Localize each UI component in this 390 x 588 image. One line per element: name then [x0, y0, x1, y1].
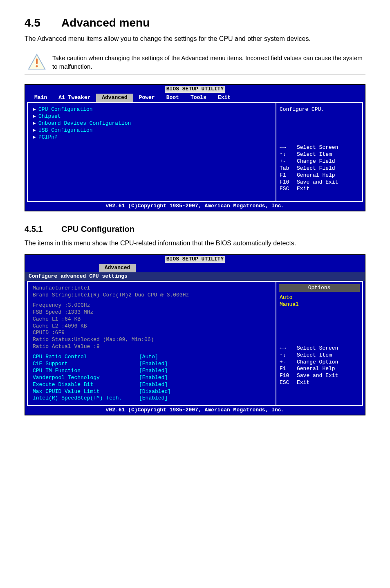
cpu-spec-line: Ratio Actual Value :9	[33, 343, 271, 350]
section-title-text: Advanced menu	[61, 16, 150, 29]
bios-title-bar: BIOS SETUP UTILITY	[25, 255, 365, 264]
setting-execute-disable-bit[interactable]: Execute Disable Bit[Enabled]	[33, 382, 271, 388]
menu-item-usb-config[interactable]: ▶USB Configuration	[33, 127, 271, 134]
arrows-ud-icon: ↑↓	[280, 151, 297, 158]
bios-tabs: Advanced	[25, 264, 365, 272]
setting-vanderpool[interactable]: Vanderpool Technology[Enabled]	[33, 375, 271, 382]
bios-title-bar: BIOS SETUP UTILITY	[25, 85, 365, 94]
cpu-info-line: Manufacturer:Intel	[33, 285, 271, 292]
bios-menu-list: ▶CPU Configuration ▶Chipset ▶Onboard Dev…	[28, 103, 276, 201]
setting-c1e-support[interactable]: C1E Support[Enabled]	[33, 361, 271, 368]
tab-advanced[interactable]: Advanced	[99, 264, 136, 272]
menu-item-label: USB Configuration	[38, 127, 93, 134]
bios-copyright: v02.61 (C)Copyright 1985-2007, American …	[25, 202, 365, 211]
bios-title: BIOS SETUP UTILITY	[165, 86, 225, 93]
bios-help-panel: Options Auto Manual ←→Select Screen ↑↓Se…	[276, 282, 362, 405]
bios-copyright: v02.61 (C)Copyright 1985-2007, American …	[25, 406, 365, 415]
tab-ai-tweaker[interactable]: Ai Tweaker	[53, 94, 96, 102]
settings-header-text: Configure advanced CPU settings	[29, 273, 128, 280]
bios-screen-cpu-config: BIOS SETUP UTILITY Advanced Configure ad…	[25, 254, 365, 415]
setting-cpu-ratio-control[interactable]: CPU Ratio Control[Auto]	[33, 354, 271, 361]
caution-icon	[25, 54, 49, 70]
option-manual[interactable]: Manual	[280, 301, 359, 308]
caution-box: Take caution when changing the settings …	[25, 50, 365, 74]
tab-exit[interactable]: Exit	[212, 94, 236, 102]
bios-tabs: Main Ai Tweaker Advanced Power Boot Tool…	[25, 94, 365, 102]
section-intro: The Advanced menu items allow you to cha…	[25, 34, 365, 43]
subsection-number: 4.5.1	[25, 224, 61, 234]
setting-speedstep[interactable]: Intel(R) SpeedStep(TM) Tech.[Enabled]	[33, 395, 271, 402]
help-row: TabSelect Field	[280, 165, 359, 172]
menu-item-cpu-config[interactable]: ▶CPU Configuration	[33, 106, 271, 113]
section-number: 4.5	[25, 16, 61, 29]
bios-subheader: Configure advanced CPU settings	[25, 272, 365, 281]
tab-advanced[interactable]: Advanced	[96, 94, 133, 102]
setting-cpu-tm-function[interactable]: CPU TM Function[Enabled]	[33, 368, 271, 375]
bios-screen-advanced-menu: BIOS SETUP UTILITY Main Ai Tweaker Advan…	[25, 84, 365, 211]
help-title: Configure CPU.	[280, 106, 359, 116]
cpu-spec-line: Frequency :3.00GHz	[33, 302, 271, 309]
menu-item-label: PCIPnP	[38, 134, 58, 141]
tab-tools[interactable]: Tools	[185, 94, 212, 102]
arrows-lr-icon: ←→	[280, 345, 297, 352]
cpu-spec-line: Cache L2 :4096 KB	[33, 323, 271, 330]
option-auto[interactable]: Auto	[280, 294, 359, 301]
help-row: ESCExit	[280, 379, 359, 386]
help-row: F10Save and Exit	[280, 373, 359, 379]
subsection-heading: 4.5.1CPU Configuration	[25, 224, 365, 234]
arrows-lr-icon: ←→	[280, 144, 297, 151]
help-keys-list: ←→Select Screen ↑↓Select Item +-Change F…	[280, 144, 359, 193]
cpu-spec-line: CPUID :6F9	[33, 330, 271, 337]
cpu-spec-line: Cache L1 :64 KB	[33, 316, 271, 323]
setting-max-cpuid[interactable]: Max CPUID Value Limit[Disabled]	[33, 388, 271, 395]
help-row: +-Change Option	[280, 359, 359, 366]
bios-settings-panel: Manufacturer:Intel Brand String:Intel(R)…	[28, 282, 276, 405]
help-row: ←→Select Screen	[280, 345, 359, 352]
help-row: +-Change Field	[280, 158, 359, 165]
cpu-settings-grid: CPU Ratio Control[Auto] C1E Support[Enab…	[33, 354, 271, 402]
options-title: Options	[279, 284, 360, 292]
menu-item-label: CPU Configuration	[38, 106, 93, 113]
menu-item-chipset[interactable]: ▶Chipset	[33, 113, 271, 120]
caution-text: Take caution when changing the settings …	[49, 54, 365, 71]
help-keys-list: ←→Select Screen ↑↓Select Item +-Change O…	[280, 345, 359, 386]
svg-rect-1	[36, 58, 38, 64]
help-row: ↑↓Select Item	[280, 151, 359, 158]
menu-item-pcipnp[interactable]: ▶PCIPnP	[33, 134, 271, 141]
bios-help-panel: Configure CPU. ←→Select Screen ↑↓Select …	[276, 103, 362, 201]
cpu-info-line: Brand String:Intel(R) Core(TM)2 Duo CPU …	[33, 292, 271, 299]
cpu-spec-line: FSB Speed :1333 MHz	[33, 309, 271, 316]
help-row: ←→Select Screen	[280, 144, 359, 151]
help-row: ESCExit	[280, 186, 359, 193]
subsection-title-text: CPU Configuration	[61, 224, 134, 233]
tab-boot[interactable]: Boot	[161, 94, 185, 102]
bios-title: BIOS SETUP UTILITY	[165, 256, 225, 263]
svg-point-2	[36, 65, 38, 67]
menu-item-label: Onboard Devices Configuration	[38, 120, 131, 127]
arrows-ud-icon: ↑↓	[280, 352, 297, 359]
tab-main[interactable]: Main	[29, 94, 53, 102]
help-row: F1General Help	[280, 172, 359, 179]
tab-power[interactable]: Power	[133, 94, 161, 102]
section-heading: 4.5Advanced menu	[25, 16, 365, 29]
subsection-text: The items in this menu show the CPU-rela…	[25, 239, 365, 248]
help-row: F1General Help	[280, 366, 359, 373]
help-row: F10Save and Exit	[280, 179, 359, 186]
cpu-spec-line: Ratio Status:Unlocked (Max:09, Min:06)	[33, 337, 271, 343]
menu-item-onboard[interactable]: ▶Onboard Devices Configuration	[33, 120, 271, 127]
help-row: ↑↓Select Item	[280, 352, 359, 359]
menu-item-label: Chipset	[38, 113, 61, 120]
